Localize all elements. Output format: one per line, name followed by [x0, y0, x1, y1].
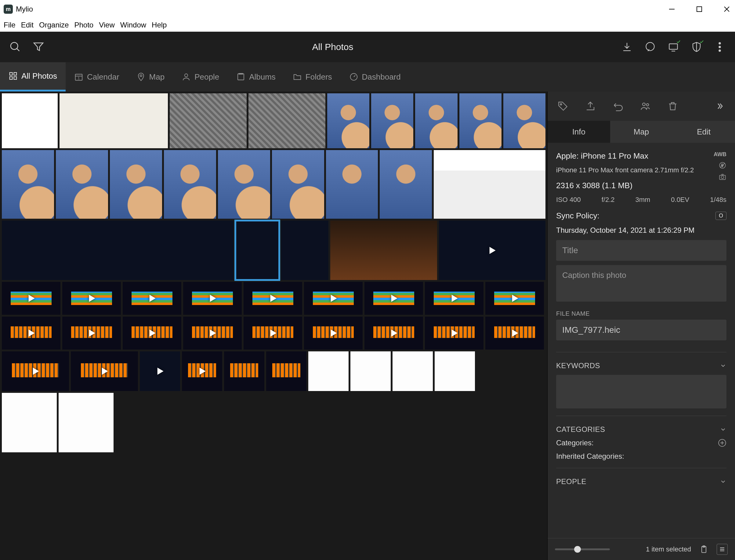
rp-tab-info[interactable]: Info: [548, 121, 610, 143]
thumbnail[interactable]: [248, 93, 325, 148]
thumbnail[interactable]: [308, 351, 348, 391]
thumbnail[interactable]: [170, 93, 247, 148]
thumbnail[interactable]: [304, 317, 362, 350]
thumbnail[interactable]: [2, 351, 69, 391]
thumbnail[interactable]: [2, 150, 54, 219]
device-icon[interactable]: [667, 41, 679, 53]
tab-folders[interactable]: Folders: [284, 62, 340, 92]
thumbnail[interactable]: [182, 351, 222, 391]
thumbnail[interactable]: [503, 93, 546, 148]
tab-albums[interactable]: Albums: [228, 62, 284, 92]
thumbnail[interactable]: [2, 93, 58, 148]
tab-map[interactable]: Map: [128, 62, 173, 92]
thumbnail[interactable]: [326, 150, 378, 219]
download-icon[interactable]: [621, 41, 633, 53]
menu-window[interactable]: Window: [120, 21, 146, 29]
thumbnail[interactable]: [224, 351, 264, 391]
search-icon[interactable]: [9, 41, 21, 53]
caption-input[interactable]: [556, 265, 726, 302]
thumbnail[interactable]: [123, 317, 181, 350]
menu-organize[interactable]: Organize: [39, 21, 69, 29]
title-input[interactable]: [556, 240, 726, 261]
shield-icon[interactable]: [690, 41, 703, 53]
filename-input[interactable]: [556, 320, 726, 340]
add-category-icon[interactable]: [718, 439, 726, 447]
thumbnail[interactable]: [460, 93, 502, 148]
keywords-box[interactable]: [556, 375, 726, 408]
categories-section[interactable]: CATEGORIES: [556, 425, 726, 434]
thumbnail[interactable]: [62, 282, 121, 315]
thumbnail[interactable]: [2, 282, 60, 315]
thumbnail[interactable]: [485, 317, 544, 350]
thumbnail[interactable]: [281, 221, 328, 280]
undo-icon[interactable]: [612, 100, 624, 112]
thumbnail[interactable]: [350, 351, 391, 391]
thumbnail[interactable]: [243, 282, 302, 315]
thumbnail[interactable]: [272, 150, 324, 219]
rp-tab-edit[interactable]: Edit: [672, 121, 735, 143]
maximize-button[interactable]: [695, 5, 704, 14]
thumbnail[interactable]: [243, 317, 302, 350]
menu-file[interactable]: File: [4, 21, 16, 29]
thumbnail[interactable]: [304, 282, 362, 315]
thumbnail[interactable]: [364, 317, 423, 350]
menu-edit[interactable]: Edit: [21, 21, 34, 29]
menu-photo[interactable]: Photo: [74, 21, 93, 29]
tab-all-photos[interactable]: All Photos: [0, 62, 66, 92]
clipboard-icon[interactable]: [698, 544, 709, 555]
thumbnail[interactable]: [364, 282, 423, 315]
thumbnail[interactable]: [59, 393, 113, 452]
minimize-button[interactable]: [667, 5, 676, 14]
thumbnail[interactable]: [266, 351, 306, 391]
people-section[interactable]: PEOPLE: [556, 477, 726, 486]
keywords-section[interactable]: KEYWORDS: [556, 361, 726, 370]
tab-calendar[interactable]: 1Calendar: [66, 62, 128, 92]
menu-help[interactable]: Help: [152, 21, 167, 29]
thumbnail[interactable]: [164, 150, 216, 219]
thumbnail[interactable]: [425, 282, 484, 315]
rp-tab-map[interactable]: Map: [610, 121, 673, 143]
thumbnail[interactable]: [485, 282, 544, 315]
thumbnail[interactable]: [218, 150, 270, 219]
thumbnail[interactable]: [330, 221, 437, 280]
tab-people[interactable]: People: [173, 62, 228, 92]
filter-icon[interactable]: [32, 41, 45, 53]
thumbnail[interactable]: [439, 221, 546, 280]
thumbnail[interactable]: [415, 93, 457, 148]
people-icon[interactable]: [639, 100, 651, 112]
thumbnail[interactable]: [393, 351, 433, 391]
chat-icon[interactable]: [644, 41, 656, 53]
thumbnail[interactable]: [56, 150, 108, 219]
close-button[interactable]: [722, 5, 731, 14]
thumbnail[interactable]: [425, 317, 484, 350]
thumbnail[interactable]: [2, 317, 60, 350]
thumbnail[interactable]: [183, 282, 242, 315]
thumbnail[interactable]: [2, 393, 57, 452]
thumbnail[interactable]: [380, 150, 432, 219]
thumbnail[interactable]: [183, 317, 242, 350]
photo-grid[interactable]: [0, 92, 547, 560]
menu-view[interactable]: View: [99, 21, 115, 29]
thumbnail[interactable]: [435, 351, 475, 391]
tab-dashboard[interactable]: Dashboard: [340, 62, 409, 92]
thumbnail[interactable]: [235, 221, 279, 280]
thumbnail[interactable]: [2, 221, 233, 280]
thumbnail[interactable]: [123, 282, 181, 315]
export-icon[interactable]: [584, 100, 596, 112]
thumbnail[interactable]: [434, 150, 546, 219]
thumbnail[interactable]: [371, 93, 413, 148]
zoom-slider[interactable]: [555, 548, 610, 550]
inherited-categories-row: Inherited Categories:: [556, 452, 726, 461]
trash-icon[interactable]: [667, 100, 679, 112]
list-icon[interactable]: [717, 544, 728, 555]
svg-point-18: [140, 75, 142, 77]
thumbnail[interactable]: [327, 93, 369, 148]
thumbnail[interactable]: [110, 150, 162, 219]
thumbnail[interactable]: [62, 317, 121, 350]
collapse-panel-icon[interactable]: [714, 100, 726, 112]
more-icon[interactable]: [714, 41, 726, 53]
thumbnail[interactable]: [71, 351, 138, 391]
tag-icon[interactable]: [557, 100, 569, 112]
thumbnail[interactable]: [59, 93, 168, 148]
thumbnail[interactable]: [140, 351, 180, 391]
